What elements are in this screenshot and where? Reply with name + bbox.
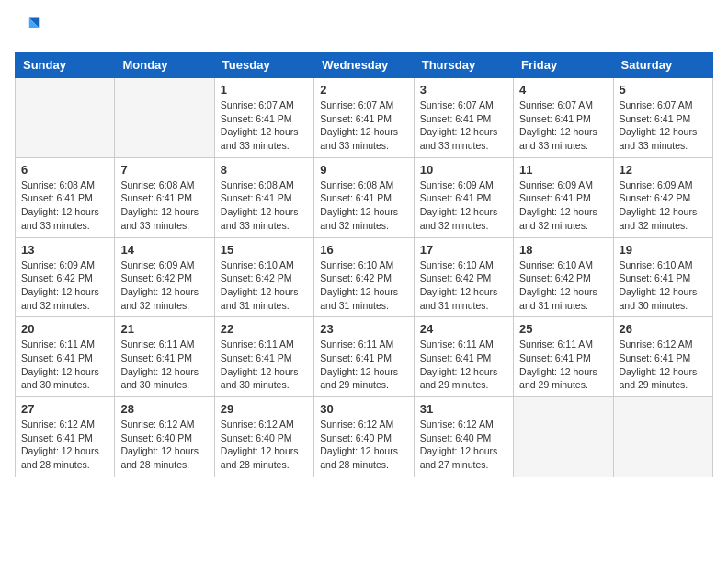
calendar-cell: 6Sunrise: 6:08 AMSunset: 6:41 PMDaylight…	[16, 157, 115, 237]
calendar-cell: 28Sunrise: 6:12 AMSunset: 6:40 PMDayligh…	[115, 397, 214, 477]
calendar-cell: 30Sunrise: 6:12 AMSunset: 6:40 PMDayligh…	[314, 397, 414, 477]
day-info: Sunrise: 6:11 AMSunset: 6:41 PMDaylight:…	[120, 338, 208, 392]
day-number: 1	[221, 83, 308, 97]
calendar-cell: 9Sunrise: 6:08 AMSunset: 6:41 PMDaylight…	[314, 157, 414, 237]
calendar-week-row: 6Sunrise: 6:08 AMSunset: 6:41 PMDaylight…	[16, 157, 713, 237]
calendar-cell: 1Sunrise: 6:07 AMSunset: 6:41 PMDaylight…	[214, 78, 313, 158]
calendar-cell: 10Sunrise: 6:09 AMSunset: 6:41 PMDayligh…	[414, 157, 513, 237]
day-number: 28	[120, 402, 208, 416]
day-info: Sunrise: 6:10 AMSunset: 6:42 PMDaylight:…	[320, 259, 407, 313]
calendar-week-row: 13Sunrise: 6:09 AMSunset: 6:42 PMDayligh…	[16, 237, 713, 317]
day-info: Sunrise: 6:11 AMSunset: 6:41 PMDaylight:…	[21, 338, 108, 392]
calendar-cell: 11Sunrise: 6:09 AMSunset: 6:41 PMDayligh…	[514, 157, 613, 237]
day-number: 7	[120, 163, 208, 177]
calendar-table: SundayMondayTuesdayWednesdayThursdayFrid…	[15, 52, 713, 477]
calendar-cell: 2Sunrise: 6:07 AMSunset: 6:41 PMDaylight…	[314, 78, 414, 158]
day-info: Sunrise: 6:12 AMSunset: 6:40 PMDaylight:…	[420, 418, 507, 472]
day-number: 19	[620, 243, 707, 257]
calendar-cell: 29Sunrise: 6:12 AMSunset: 6:40 PMDayligh…	[214, 397, 313, 477]
day-info: Sunrise: 6:07 AMSunset: 6:41 PMDaylight:…	[320, 98, 407, 153]
weekday-header: Tuesday	[214, 52, 313, 78]
weekday-header: Sunday	[16, 52, 115, 78]
calendar-cell	[115, 78, 214, 158]
day-info: Sunrise: 6:09 AMSunset: 6:42 PMDaylight:…	[620, 178, 707, 233]
calendar-cell: 27Sunrise: 6:12 AMSunset: 6:41 PMDayligh…	[16, 397, 115, 477]
day-info: Sunrise: 6:07 AMSunset: 6:41 PMDaylight:…	[620, 98, 707, 153]
day-info: Sunrise: 6:07 AMSunset: 6:41 PMDaylight:…	[420, 98, 507, 153]
calendar-cell: 17Sunrise: 6:10 AMSunset: 6:42 PMDayligh…	[414, 237, 513, 317]
day-number: 6	[21, 163, 108, 177]
day-number: 11	[519, 163, 607, 177]
day-number: 5	[620, 83, 707, 97]
day-number: 20	[21, 322, 108, 336]
day-info: Sunrise: 6:08 AMSunset: 6:41 PMDaylight:…	[120, 178, 208, 233]
day-number: 25	[519, 322, 607, 336]
calendar-cell: 5Sunrise: 6:07 AMSunset: 6:41 PMDaylight…	[613, 78, 712, 158]
calendar-cell: 31Sunrise: 6:12 AMSunset: 6:40 PMDayligh…	[414, 397, 513, 477]
day-info: Sunrise: 6:11 AMSunset: 6:41 PMDaylight:…	[221, 338, 308, 392]
calendar-cell: 24Sunrise: 6:11 AMSunset: 6:41 PMDayligh…	[414, 317, 513, 397]
day-number: 4	[519, 83, 607, 97]
calendar-cell: 18Sunrise: 6:10 AMSunset: 6:42 PMDayligh…	[514, 237, 613, 317]
calendar-cell: 7Sunrise: 6:08 AMSunset: 6:41 PMDaylight…	[115, 157, 214, 237]
logo	[15, 15, 44, 40]
calendar-cell	[16, 78, 115, 158]
calendar-cell: 20Sunrise: 6:11 AMSunset: 6:41 PMDayligh…	[16, 317, 115, 397]
calendar-cell: 12Sunrise: 6:09 AMSunset: 6:42 PMDayligh…	[613, 157, 712, 237]
calendar-cell: 13Sunrise: 6:09 AMSunset: 6:42 PMDayligh…	[16, 237, 115, 317]
calendar-cell: 19Sunrise: 6:10 AMSunset: 6:41 PMDayligh…	[613, 237, 712, 317]
day-number: 15	[221, 243, 308, 257]
day-info: Sunrise: 6:12 AMSunset: 6:41 PMDaylight:…	[620, 338, 707, 392]
calendar-cell: 25Sunrise: 6:11 AMSunset: 6:41 PMDayligh…	[514, 317, 613, 397]
day-number: 3	[420, 83, 507, 97]
day-number: 14	[120, 243, 208, 257]
day-number: 16	[320, 243, 407, 257]
day-number: 18	[519, 243, 607, 257]
day-info: Sunrise: 6:11 AMSunset: 6:41 PMDaylight:…	[519, 338, 607, 392]
calendar-cell: 23Sunrise: 6:11 AMSunset: 6:41 PMDayligh…	[314, 317, 414, 397]
day-info: Sunrise: 6:08 AMSunset: 6:41 PMDaylight:…	[21, 178, 108, 233]
calendar-cell: 22Sunrise: 6:11 AMSunset: 6:41 PMDayligh…	[214, 317, 313, 397]
weekday-header: Friday	[514, 52, 613, 78]
day-info: Sunrise: 6:11 AMSunset: 6:41 PMDaylight:…	[320, 338, 407, 392]
calendar-cell: 8Sunrise: 6:08 AMSunset: 6:41 PMDaylight…	[214, 157, 313, 237]
calendar-cell: 26Sunrise: 6:12 AMSunset: 6:41 PMDayligh…	[613, 317, 712, 397]
calendar-cell	[613, 397, 712, 477]
day-number: 27	[21, 402, 108, 416]
day-number: 2	[320, 83, 407, 97]
day-info: Sunrise: 6:09 AMSunset: 6:42 PMDaylight:…	[120, 259, 208, 313]
calendar-cell	[514, 397, 613, 477]
calendar-cell: 3Sunrise: 6:07 AMSunset: 6:41 PMDaylight…	[414, 78, 513, 158]
day-info: Sunrise: 6:11 AMSunset: 6:41 PMDaylight:…	[420, 338, 507, 392]
day-number: 13	[21, 243, 108, 257]
day-number: 12	[620, 163, 707, 177]
day-info: Sunrise: 6:09 AMSunset: 6:42 PMDaylight:…	[21, 259, 108, 313]
day-info: Sunrise: 6:12 AMSunset: 6:40 PMDaylight:…	[320, 418, 407, 472]
calendar-header-row: SundayMondayTuesdayWednesdayThursdayFrid…	[16, 52, 713, 78]
calendar-cell: 14Sunrise: 6:09 AMSunset: 6:42 PMDayligh…	[115, 237, 214, 317]
calendar-cell: 16Sunrise: 6:10 AMSunset: 6:42 PMDayligh…	[314, 237, 414, 317]
day-number: 30	[320, 402, 407, 416]
day-number: 22	[221, 322, 308, 336]
day-info: Sunrise: 6:09 AMSunset: 6:41 PMDaylight:…	[519, 178, 607, 233]
day-info: Sunrise: 6:10 AMSunset: 6:42 PMDaylight:…	[221, 259, 308, 313]
day-info: Sunrise: 6:10 AMSunset: 6:42 PMDaylight:…	[519, 259, 607, 313]
day-info: Sunrise: 6:12 AMSunset: 6:41 PMDaylight:…	[21, 418, 108, 472]
day-info: Sunrise: 6:09 AMSunset: 6:41 PMDaylight:…	[420, 178, 507, 233]
weekday-header: Thursday	[414, 52, 513, 78]
page-header	[15, 15, 713, 40]
day-info: Sunrise: 6:10 AMSunset: 6:41 PMDaylight:…	[620, 259, 707, 313]
day-info: Sunrise: 6:07 AMSunset: 6:41 PMDaylight:…	[221, 98, 308, 153]
day-info: Sunrise: 6:08 AMSunset: 6:41 PMDaylight:…	[221, 178, 308, 233]
day-number: 23	[320, 322, 407, 336]
day-info: Sunrise: 6:10 AMSunset: 6:42 PMDaylight:…	[420, 259, 507, 313]
day-number: 9	[320, 163, 407, 177]
day-number: 26	[620, 322, 707, 336]
day-info: Sunrise: 6:08 AMSunset: 6:41 PMDaylight:…	[320, 178, 407, 233]
calendar-week-row: 1Sunrise: 6:07 AMSunset: 6:41 PMDaylight…	[16, 78, 713, 158]
calendar-week-row: 27Sunrise: 6:12 AMSunset: 6:41 PMDayligh…	[16, 397, 713, 477]
weekday-header: Wednesday	[314, 52, 414, 78]
day-number: 31	[420, 402, 507, 416]
day-number: 21	[120, 322, 208, 336]
day-number: 10	[420, 163, 507, 177]
